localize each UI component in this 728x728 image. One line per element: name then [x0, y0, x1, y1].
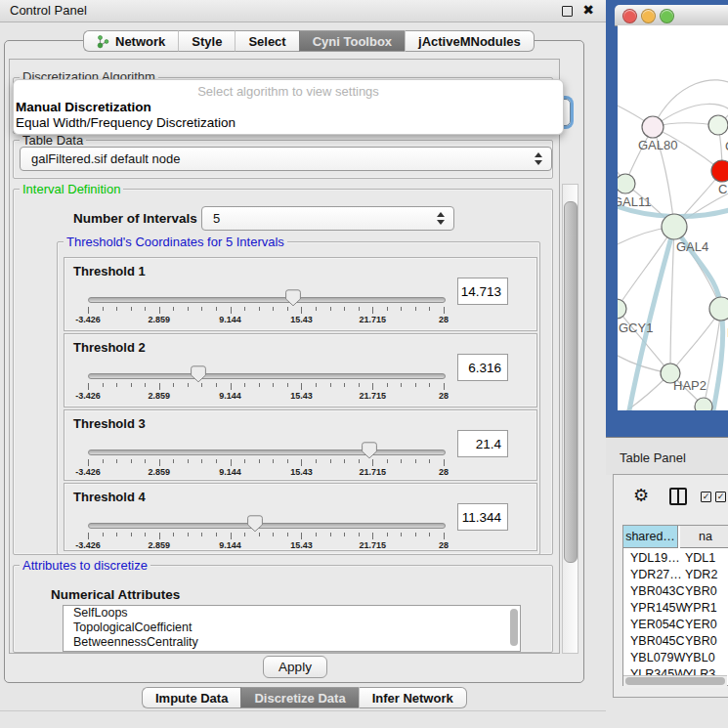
slider-tick: [372, 533, 373, 539]
table-row[interactable]: YER054CYER0: [623, 617, 728, 633]
checkbox-icon[interactable]: ✓: [701, 492, 711, 502]
slider-thumb[interactable]: [247, 515, 263, 533]
slider-tick: [188, 307, 189, 311]
number-of-intervals-combobox[interactable]: 5: [201, 206, 454, 231]
divider: [0, 710, 606, 711]
list-scrollbar[interactable]: [510, 609, 518, 646]
gear-icon[interactable]: ⚙: [633, 485, 649, 506]
cell-shared-name: YDR27…: [630, 567, 682, 583]
threshold-value-field[interactable]: 11.344: [457, 503, 508, 531]
tab-infer-network[interactable]: Infer Network: [359, 687, 467, 708]
threshold-panel-2: Threshold 2-3.4262.8599.14415.4321.71528…: [64, 333, 537, 407]
tab-select[interactable]: Select: [235, 30, 298, 52]
numerical-attributes-list[interactable]: SelfLoopsTopologicalCoefficientBetweenne…: [63, 605, 521, 652]
cell-name: YDL1: [685, 550, 715, 567]
threshold-value-field[interactable]: 6.316: [457, 354, 508, 381]
list-item[interactable]: BetweennessCentrality: [64, 635, 520, 650]
network-edge: [670, 227, 674, 373]
slider-tick: [344, 383, 345, 387]
table-data-combobox[interactable]: galFiltered.sif default node: [20, 147, 552, 171]
slider-track[interactable]: [88, 297, 446, 303]
network-node-gcy1[interactable]: [618, 299, 626, 319]
slider-tick: [330, 383, 331, 387]
column-header-shared-[interactable]: shared…: [623, 526, 678, 548]
columns-icon[interactable]: [669, 488, 687, 505]
slider-tick: [103, 533, 104, 536]
float-window-icon[interactable]: [562, 6, 573, 17]
numerical-attributes-label: Numerical Attributes: [51, 587, 180, 602]
table-data-combo-value: galFiltered.sif default node: [31, 148, 180, 170]
slider-tick: [201, 383, 202, 387]
group-title: Interval Definition: [20, 182, 123, 196]
slider-thumb[interactable]: [362, 442, 377, 459]
node-label: HAP2: [673, 378, 707, 393]
list-item[interactable]: TopologicalCoefficient: [64, 621, 520, 635]
popup-option-manual-discretization[interactable]: Manual Discretization: [16, 100, 151, 114]
tab-discretize-data[interactable]: Discretize Data: [240, 687, 358, 708]
tick-label: 15.43: [290, 540, 313, 550]
tab-label: Impute Data: [155, 688, 228, 708]
slider-tick: [330, 307, 331, 311]
tab-network[interactable]: Network: [83, 30, 178, 52]
close-traffic-light-icon[interactable]: [622, 9, 637, 23]
slider-tick: [88, 383, 89, 390]
slider-tick: [444, 459, 445, 466]
slider-tick: [131, 383, 132, 387]
group-title: Attributes to discretize: [20, 558, 150, 573]
tab-impute-data[interactable]: Impute Data: [142, 687, 240, 708]
node-label: GCY1: [619, 321, 653, 335]
slider-track[interactable]: [88, 373, 446, 379]
table-row[interactable]: YDR27…YDR2: [623, 567, 728, 583]
slider-thumb[interactable]: [191, 365, 206, 383]
network-node-gal4[interactable]: [662, 214, 687, 239]
list-item[interactable]: SelfLoops: [64, 606, 520, 621]
threshold-coordinates-group: Threshold's Coordinates for 5 Intervals …: [57, 241, 540, 555]
tab-label: Infer Network: [372, 688, 453, 708]
network-node-node-bottom[interactable]: [695, 398, 712, 410]
close-icon[interactable]: ✖: [582, 2, 594, 18]
network-node-node-right[interactable]: [709, 297, 728, 321]
node-attribute-table[interactable]: shared…naYDL19…YDL1YDR27…YDR2YBR043CYBR0…: [622, 525, 728, 686]
threshold-value-field[interactable]: 14.713: [457, 278, 508, 305]
network-view-canvas[interactable]: GAL80GACGAL11GAL4GCY1HHAP2: [618, 25, 728, 410]
threshold-value-field[interactable]: 21.4: [457, 430, 508, 457]
slider-thumb[interactable]: [285, 289, 301, 307]
combo-stepper-icon[interactable]: [535, 152, 542, 165]
checkbox-icon[interactable]: ✓: [715, 492, 726, 502]
tab-jactivemnodules[interactable]: jActiveMNodules: [405, 30, 535, 52]
slider-tick: [244, 533, 245, 536]
slider-track[interactable]: [88, 450, 446, 455]
tab-label: Select: [248, 31, 285, 52]
tab-style[interactable]: Style: [178, 30, 235, 52]
network-node-gal80[interactable]: [642, 116, 664, 138]
network-window-titlebar[interactable]: [615, 5, 728, 26]
slider-tick: [159, 459, 160, 466]
apply-button[interactable]: Apply: [263, 656, 327, 678]
zoom-traffic-light-icon[interactable]: [660, 9, 674, 23]
table-row[interactable]: YBR045CYBR0: [623, 633, 728, 650]
table-row[interactable]: YPR145WYPR1: [623, 600, 728, 617]
table-panel-header: Table Panel: [606, 437, 728, 475]
table-hscrollbar-thumb[interactable]: [625, 677, 725, 685]
table-row[interactable]: YDL19…YDL1: [623, 550, 728, 567]
minimize-traffic-light-icon[interactable]: [641, 9, 656, 23]
slider-tick: [145, 459, 146, 463]
column-header-na[interactable]: na: [680, 526, 728, 548]
settings-scrollbar-thumb[interactable]: [564, 201, 578, 563]
popup-option-equal-width-frequency[interactable]: Equal Width/Frequency Discretization: [16, 115, 236, 130]
tab-label: Network: [115, 31, 165, 52]
table-row[interactable]: YBR043CYBR0: [623, 583, 728, 600]
table-row[interactable]: YBL079WYBL0: [623, 650, 728, 666]
network-node-node-top-right[interactable]: [708, 115, 728, 135]
slider-tick: [173, 383, 174, 387]
network-node-node-selected-red[interactable]: [711, 160, 728, 182]
network-node-gal11[interactable]: [618, 174, 635, 193]
slider-track[interactable]: [88, 523, 446, 529]
tick-label: 2.859: [149, 315, 171, 324]
slider-tick: [188, 533, 189, 536]
combo-stepper-icon[interactable]: [437, 212, 445, 225]
cell-shared-name: YPR145W: [630, 600, 687, 617]
tab-cyni-toolbox[interactable]: Cyni Toolbox: [299, 30, 405, 52]
slider-tick: [116, 459, 117, 463]
slider-tick: [330, 459, 331, 463]
